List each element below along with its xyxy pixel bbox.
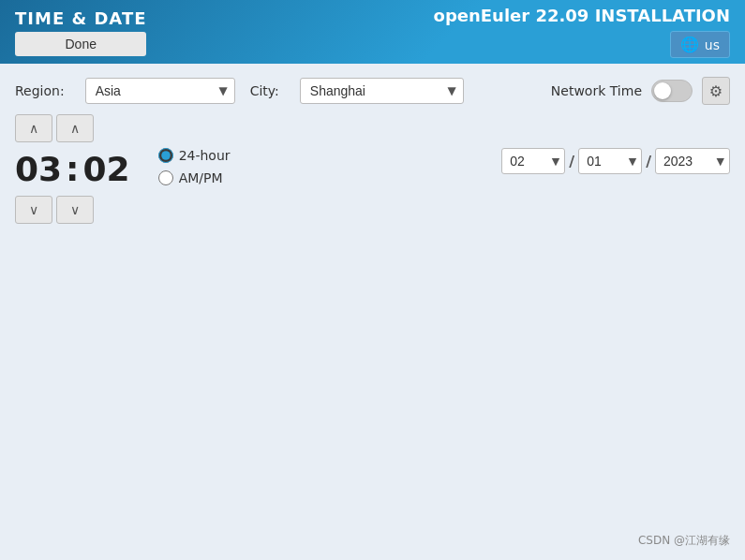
city-label: City:: [250, 83, 279, 98]
region-dropdown-wrapper: Asia Europe America Africa Pacific ▼: [85, 78, 235, 104]
minute-display: 02: [83, 150, 130, 188]
hour-down-button[interactable]: ∨: [15, 196, 52, 224]
page-title: TIME & DATE: [15, 8, 146, 28]
arrow-down-icon: ∨: [29, 202, 38, 217]
time-colon: :: [66, 150, 79, 188]
header-left: TIME & DATE Done: [15, 8, 146, 56]
arrow-up-icon-2: ∧: [70, 121, 80, 136]
hour-display: 03: [15, 150, 62, 188]
lang-code: us: [705, 37, 720, 52]
region-select[interactable]: Asia Europe America Africa Pacific: [85, 78, 235, 104]
year-wrapper: 2023 20222024 ▼: [655, 148, 730, 174]
footer-text: CSDN @江湖有缘: [638, 534, 730, 547]
globe-icon: 🌐: [680, 36, 699, 53]
header-right: openEuler 22.09 INSTALLATION 🌐 us: [434, 6, 730, 58]
day-select[interactable]: 01 020304 05: [578, 148, 642, 174]
date-sep-2: /: [646, 153, 651, 170]
time-spinners-area: ∧ ∧ 03 : 02 ∨ ∨: [15, 114, 130, 224]
day-wrapper: 01 020304 05 ▼: [578, 148, 642, 174]
time-date-row: ∧ ∧ 03 : 02 ∨ ∨: [15, 114, 730, 224]
content-area: Region: Asia Europe America Africa Pacif…: [0, 64, 745, 237]
up-arrows-row: ∧ ∧: [15, 114, 130, 142]
footer: CSDN @江湖有缘: [638, 533, 730, 549]
network-time-toggle[interactable]: [651, 80, 693, 102]
radio-24hour-label[interactable]: 24-hour: [158, 148, 231, 163]
network-time-label: Network Time: [551, 83, 642, 98]
year-select[interactable]: 2023 20222024: [655, 148, 730, 174]
radio-ampm[interactable]: [158, 170, 173, 185]
time-display: 03 : 02: [15, 150, 130, 188]
top-controls: Region: Asia Europe America Africa Pacif…: [15, 77, 730, 105]
down-arrows-row: ∨ ∨: [15, 196, 130, 224]
city-dropdown-wrapper: Shanghai Beijing Tokyo Seoul ▼: [300, 78, 464, 104]
radio-24hour-text: 24-hour: [179, 148, 231, 163]
header: TIME & DATE Done openEuler 22.09 INSTALL…: [0, 0, 745, 64]
minute-down-button[interactable]: ∨: [56, 196, 94, 224]
minute-up-button[interactable]: ∧: [56, 114, 94, 142]
language-selector[interactable]: 🌐 us: [670, 31, 730, 58]
month-wrapper: 02 010304 050607 080910 1112 ▼: [501, 148, 565, 174]
arrow-down-icon-2: ∨: [70, 202, 80, 217]
toggle-knob: [654, 82, 671, 99]
radio-ampm-label[interactable]: AM/PM: [158, 170, 231, 185]
city-select[interactable]: Shanghai Beijing Tokyo Seoul: [300, 78, 464, 104]
radio-24hour[interactable]: [158, 148, 173, 163]
date-selectors: 02 010304 050607 080910 1112 ▼ / 01 0203…: [501, 148, 730, 174]
month-select[interactable]: 02 010304 050607 080910 1112: [501, 148, 565, 174]
date-sep-1: /: [569, 153, 574, 170]
radio-ampm-text: AM/PM: [179, 170, 223, 185]
arrow-up-icon: ∧: [29, 121, 38, 136]
network-time-area: Network Time ⚙: [551, 77, 730, 105]
time-format-group: 24-hour AM/PM: [158, 148, 231, 185]
region-label: Region:: [15, 83, 65, 98]
install-title: openEuler 22.09 INSTALLATION: [434, 6, 730, 25]
done-button[interactable]: Done: [15, 32, 146, 56]
network-time-settings-button[interactable]: ⚙: [702, 77, 730, 105]
hour-up-button[interactable]: ∧: [15, 114, 52, 142]
gear-icon: ⚙: [709, 82, 723, 100]
